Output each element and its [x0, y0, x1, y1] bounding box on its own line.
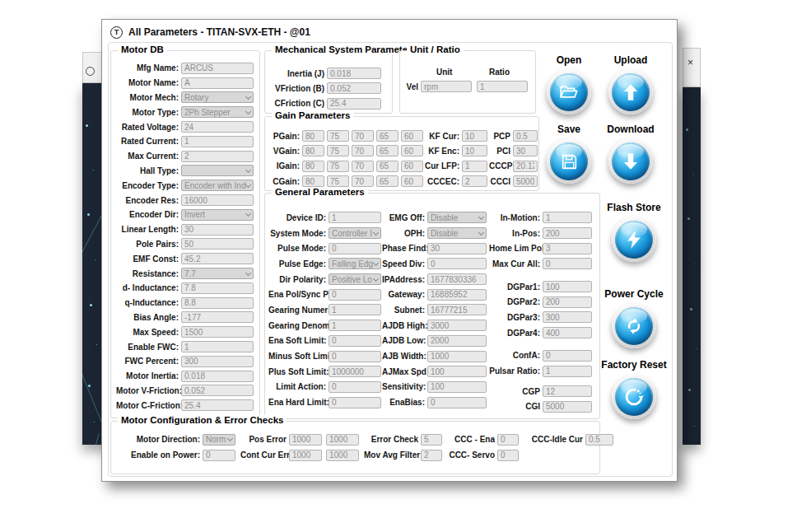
input-vel-unit[interactable]: rpm: [421, 81, 472, 92]
dropdown-system-mode[interactable]: Controller I: [329, 227, 381, 239]
input-kf-enc[interactable]: 10: [462, 145, 487, 156]
input-kf-cur[interactable]: 10: [462, 130, 487, 142]
input-gearing-numer[interactable]: 1: [329, 304, 381, 315]
input-cgain[interactable]: 75: [327, 175, 349, 187]
input-motor-name[interactable]: A: [181, 77, 254, 89]
input-vfriction-b[interactable]: 0.052: [327, 82, 381, 94]
input-vgain[interactable]: 75: [327, 145, 349, 156]
upload-button[interactable]: [608, 70, 653, 114]
input-igain[interactable]: 65: [376, 161, 398, 172]
input-cccec[interactable]: 2: [462, 175, 487, 187]
input-emf-const[interactable]: 45.2: [181, 253, 254, 264]
dropdown-encoder-type[interactable]: Encoder with Inde: [181, 180, 254, 191]
input-rated-current[interactable]: 1: [181, 136, 254, 147]
input-cgain[interactable]: 60: [401, 175, 423, 187]
input-dgpar1[interactable]: 100: [543, 281, 592, 292]
input-motor-inertia[interactable]: 0.018: [181, 371, 254, 382]
power-cycle-button[interactable]: [612, 304, 656, 348]
input-gateway[interactable]: 16885952: [427, 289, 487, 301]
flash-store-button[interactable]: [612, 217, 656, 262]
input-cgp[interactable]: 12: [543, 385, 592, 397]
input-enable-fwc[interactable]: 1: [181, 341, 254, 352]
input-cgain[interactable]: 65: [376, 175, 398, 187]
input-igain[interactable]: 75: [327, 161, 349, 172]
input-motor-v-friction[interactable]: 0.052: [181, 385, 254, 396]
input-cgain[interactable]: 70: [352, 175, 374, 187]
input-vgain[interactable]: 80: [302, 145, 324, 156]
input-cont-cur-error[interactable]: 1000: [289, 450, 322, 461]
dropdown-pulse-edge[interactable]: Falling Edg: [329, 258, 381, 269]
download-button[interactable]: [608, 139, 653, 184]
input-igain[interactable]: 80: [302, 161, 324, 172]
input-phase-find[interactable]: 30: [427, 243, 487, 254]
input-cgain[interactable]: 80: [302, 175, 324, 187]
input-linear-length[interactable]: 30: [181, 224, 254, 236]
input-vel-ratio[interactable]: 1: [477, 81, 528, 92]
input-max-speed[interactable]: 1500: [181, 326, 254, 338]
dropdown-dir-polarity[interactable]: Positive Lo: [329, 273, 381, 285]
input-ipaddress[interactable]: 1677830336: [427, 273, 487, 285]
input-igain[interactable]: 60: [401, 161, 423, 172]
input-pos-error[interactable]: 1000: [289, 434, 322, 446]
input-ajmax-spd[interactable]: 100: [427, 366, 487, 377]
input-cfriction-c[interactable]: 25.4: [327, 98, 381, 110]
input-dgpar3[interactable]: 300: [543, 311, 592, 323]
input-mov-avg-filter[interactable]: 2: [421, 450, 442, 461]
input-ccci[interactable]: 5000.12: [513, 175, 538, 187]
input-fwc-percent[interactable]: 300: [181, 356, 254, 367]
input-d-inductance[interactable]: 7.8: [181, 282, 254, 294]
input-pgain[interactable]: 60: [401, 130, 423, 142]
input-in-pos[interactable]: 200: [543, 227, 592, 239]
input-minus-soft-limit[interactable]: 0: [329, 351, 381, 362]
factory-reset-button[interactable]: [612, 375, 656, 419]
input-enable-on-power[interactable]: 0: [203, 450, 235, 461]
input-encoder-res[interactable]: 16000: [181, 194, 254, 206]
save-button[interactable]: [547, 139, 591, 184]
input-q-inductance[interactable]: 8.8: [181, 297, 254, 309]
input-vgain[interactable]: 60: [401, 145, 423, 156]
input-igain[interactable]: 70: [352, 161, 374, 172]
input-ajdb-low[interactable]: 2000: [427, 335, 487, 347]
dropdown-emg-off[interactable]: Disable: [427, 212, 487, 223]
input-ena-soft-limit[interactable]: 0: [329, 335, 381, 347]
input-dgpar4[interactable]: 400: [543, 327, 592, 338]
input-rated-voltage[interactable]: 24: [181, 121, 254, 133]
input-vgain[interactable]: 65: [376, 145, 398, 156]
dropdown-motor-type[interactable]: 2Ph Stepper: [181, 106, 254, 118]
input-ajb-width[interactable]: 1000: [427, 351, 487, 362]
input-gearing-denom[interactable]: 1: [329, 320, 381, 331]
dropdown-hall-type[interactable]: [181, 165, 254, 176]
input-pulse-mode[interactable]: 0: [329, 243, 381, 254]
input-bias-angle[interactable]: -177: [181, 311, 254, 323]
input-ena-pol-sync-ph[interactable]: 0: [329, 289, 381, 301]
input-ccc-idle-cur[interactable]: 0.5: [585, 434, 613, 446]
input-max-cur-all[interactable]: 0: [543, 258, 592, 269]
input-inertia-j[interactable]: 0.018: [327, 68, 381, 79]
input-vgain[interactable]: 70: [352, 145, 374, 156]
input-dgpar2[interactable]: 200: [543, 296, 592, 308]
input-pgain[interactable]: 75: [327, 130, 349, 142]
input-cur-lfp[interactable]: 1: [462, 161, 487, 172]
input-confa[interactable]: 0: [543, 350, 592, 362]
input-pos-error[interactable]: 1000: [326, 434, 359, 446]
input-error-check[interactable]: 5: [421, 434, 442, 446]
input-speed-div[interactable]: 0: [427, 258, 487, 269]
open-button[interactable]: [547, 70, 591, 114]
input-enabias[interactable]: 0: [427, 397, 487, 408]
input-cccp[interactable]: 20.123: [513, 161, 538, 172]
input-in-motion[interactable]: 1: [543, 212, 592, 223]
input-max-current[interactable]: 2: [181, 151, 254, 162]
input-ccc-ena[interactable]: 0: [497, 434, 519, 446]
dropdown-resistance[interactable]: 7.7: [181, 268, 254, 279]
close-icon[interactable]: ×: [687, 57, 693, 68]
dropdown-motor-mech[interactable]: Rotary: [181, 91, 254, 103]
dialog-titlebar[interactable]: T All Parameters - TITAN-SVX-ETH - @01: [102, 20, 677, 44]
input-mfg-name[interactable]: ARCUS: [181, 63, 254, 74]
input-cgi[interactable]: 5000: [543, 401, 592, 413]
input-pgain[interactable]: 65: [376, 130, 398, 142]
input-plus-soft-limit[interactable]: 1000000: [329, 366, 381, 377]
input-pci[interactable]: 30: [513, 145, 538, 156]
input-sensitivity[interactable]: 100: [427, 381, 487, 393]
input-subnet[interactable]: 16777215: [427, 304, 487, 315]
dropdown-encoder-dir[interactable]: Invert: [181, 209, 254, 221]
